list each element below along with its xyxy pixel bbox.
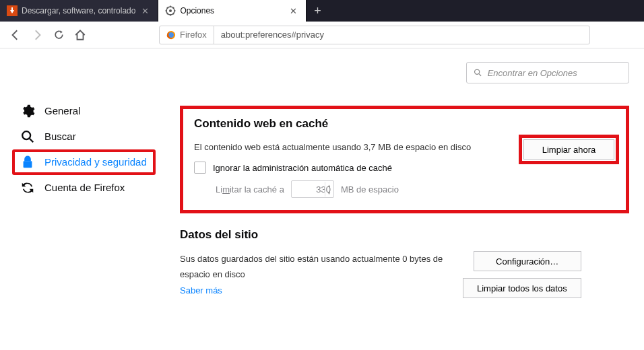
override-cache-checkbox[interactable] <box>194 162 206 174</box>
new-tab-button[interactable]: + <box>307 0 328 22</box>
gear-icon <box>20 104 35 118</box>
section-cache: Contenido web en caché El contenido web … <box>180 106 629 213</box>
section-site-data: Datos del sitio Sus datos guardados del … <box>180 228 629 298</box>
sidebar-item-privacy[interactable]: Privacidad y seguridad <box>12 149 156 175</box>
sidebar-item-general[interactable]: General <box>15 98 153 124</box>
gear-icon <box>165 5 176 16</box>
svg-point-2 <box>169 9 172 12</box>
tab-title: Opciones <box>180 6 284 15</box>
svg-point-16 <box>475 69 480 74</box>
learn-more-link[interactable]: Saber más <box>180 283 449 298</box>
tab-bar: Descargar, software, controlado ✕ Opcion… <box>0 0 644 22</box>
search-box[interactable] <box>466 62 629 83</box>
svg-line-14 <box>30 139 34 143</box>
home-button[interactable] <box>70 25 90 45</box>
close-icon[interactable]: ✕ <box>288 6 299 16</box>
sidebar-item-account[interactable]: Cuenta de Firefox <box>15 175 153 201</box>
section-title: Datos del sitio <box>180 228 629 242</box>
sidebar: General Buscar Privacidad y seguridad Cu… <box>15 62 153 350</box>
spin-up[interactable]: ▲ <box>325 182 333 189</box>
forward-button[interactable] <box>27 25 47 45</box>
cache-limit-row: Limitar la caché a 330 ▲▼ MB de espacio <box>194 180 615 198</box>
sidebar-item-label: Buscar <box>44 131 76 143</box>
search-icon <box>20 129 35 144</box>
back-button[interactable] <box>5 25 26 45</box>
urlbar-address: about:preferences#privacy <box>214 30 331 40</box>
tab-options[interactable]: Opciones ✕ <box>158 0 307 22</box>
svg-rect-15 <box>24 161 32 168</box>
sidebar-item-label: Privacidad y seguridad <box>44 156 147 168</box>
spinner[interactable]: ▲▼ <box>325 182 333 197</box>
favicon-download <box>7 5 18 16</box>
toolbar: Firefox about:preferences#privacy <box>0 22 644 48</box>
urlbar-identity-text: Firefox <box>180 30 207 40</box>
section-title: Contenido web en caché <box>194 117 615 131</box>
cache-limit-label: Limitar la caché a <box>216 184 284 195</box>
urlbar-identity[interactable]: Firefox <box>160 26 214 44</box>
spin-down[interactable]: ▼ <box>325 189 333 197</box>
sidebar-item-label: Cuenta de Firefox <box>44 182 125 194</box>
sitedata-usage-text: Sus datos guardados del sitio están usan… <box>180 251 449 283</box>
clear-cache-button[interactable]: Limpiar ahora <box>523 139 614 160</box>
main-panel: Contenido web en caché El contenido web … <box>153 62 629 350</box>
tab-title: Descargar, software, controlado <box>22 6 135 15</box>
svg-line-17 <box>479 74 481 76</box>
search-icon <box>474 68 482 77</box>
reload-button[interactable] <box>49 25 69 45</box>
svg-point-13 <box>22 131 30 139</box>
sidebar-item-label: General <box>44 105 80 117</box>
firefox-icon <box>166 30 176 40</box>
sitedata-settings-button[interactable]: Configuración… <box>474 251 581 271</box>
highlight-clear-now: Limpiar ahora <box>519 135 619 164</box>
tab-download[interactable]: Descargar, software, controlado ✕ <box>0 0 158 22</box>
urlbar[interactable]: Firefox about:preferences#privacy <box>159 26 590 44</box>
close-icon[interactable]: ✕ <box>139 6 151 16</box>
sitedata-clear-all-button[interactable]: Limpiar todos los datos <box>463 278 581 298</box>
cache-limit-input[interactable]: 330 ▲▼ <box>291 180 334 198</box>
override-cache-label: Ignorar la administración automática de … <box>213 163 392 173</box>
cache-limit-unit: MB de espacio <box>341 184 399 195</box>
lock-icon <box>20 155 35 170</box>
content: General Buscar Privacidad y seguridad Cu… <box>0 48 644 350</box>
sidebar-item-search[interactable]: Buscar <box>15 124 153 149</box>
sync-icon <box>20 180 35 195</box>
search-input[interactable] <box>488 68 622 78</box>
